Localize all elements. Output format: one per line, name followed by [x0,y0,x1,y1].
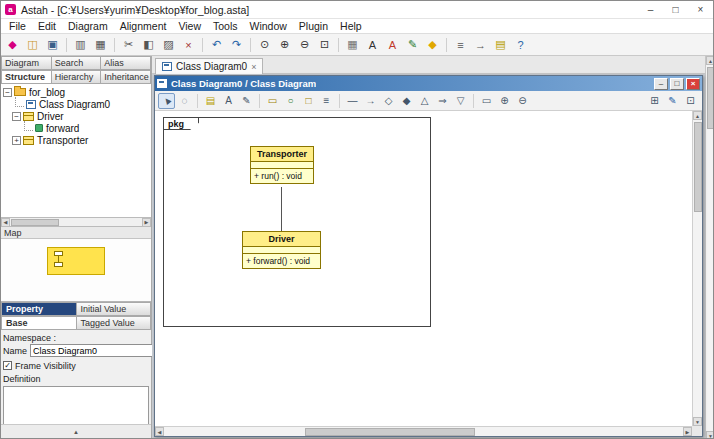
redo-icon[interactable]: ↷ [227,36,246,54]
expand-icon[interactable]: ⊡ [682,93,699,109]
tab-initial-value[interactable]: Initial Value [77,302,152,316]
copy-icon[interactable]: ◧ [139,36,158,54]
directed-association-tool-icon[interactable]: → [362,93,379,109]
expand-toggle-icon[interactable]: − [3,88,12,97]
menu-item[interactable]: Help [334,20,368,32]
menu-item[interactable]: Plugin [293,20,334,32]
save-icon[interactable]: ▣ [43,36,62,54]
tree-item-driver[interactable]: − Driver [1,110,151,122]
new-project-icon[interactable]: ◆ [3,36,22,54]
definition-textarea[interactable] [3,386,149,426]
tab-structure[interactable]: Structure [1,70,52,84]
export-image-icon[interactable]: ▦ [91,36,110,54]
class-tool-icon[interactable]: ▭ [264,93,281,109]
close-button[interactable]: × [688,1,713,18]
frame-visibility-checkbox[interactable]: ✓ [3,361,12,370]
scroll-thumb[interactable] [305,428,475,436]
tab-hierarchy[interactable]: Hierarchy [52,70,102,84]
scroll-thumb[interactable] [694,122,702,212]
fill-color-icon[interactable]: ◆ [423,36,442,54]
line-color-icon[interactable]: ✎ [403,36,422,54]
editor-close-button[interactable]: × [686,78,700,90]
scroll-right-icon[interactable]: ▶ [142,218,151,227]
canvas-vertical-scrollbar[interactable]: ▲ ▼ [692,111,702,426]
scroll-up-icon[interactable]: ▲ [693,111,702,120]
find-icon[interactable]: ⊙ [255,36,274,54]
align-icon[interactable]: ≡ [451,36,470,54]
interface-tool-icon[interactable]: ○ [282,93,299,109]
arrow-icon[interactable]: → [471,36,490,54]
edit-mode-icon[interactable]: ✎ [664,93,681,109]
scroll-thumb[interactable] [11,219,59,226]
scroll-thumb[interactable] [707,67,714,129]
delete-icon[interactable]: × [179,36,198,54]
pencil-tool-icon[interactable]: ✎ [238,93,255,109]
expand-toggle-icon[interactable]: + [12,136,21,145]
realization-tool-icon[interactable]: ▽ [452,93,469,109]
enum-tool-icon[interactable]: ≡ [318,93,335,109]
menu-item[interactable]: Tools [207,20,244,32]
map-viewport[interactable] [47,247,105,275]
tree-item-transporter[interactable]: + Transporter [1,134,151,146]
note-tool-icon[interactable]: ▤ [202,93,219,109]
association-edge[interactable] [281,187,282,231]
tab-class-diagram0[interactable]: Class Diagram0 × [155,58,263,74]
tab-close-icon[interactable]: × [251,62,256,72]
tree-item-forward[interactable]: forward [1,122,151,134]
sidebar-collapse-strip[interactable]: ▲ [1,424,151,438]
scroll-up-icon[interactable]: ▲ [706,56,714,65]
class-transporter[interactable]: Transporter + run() : void [250,146,314,184]
map-overview[interactable] [1,239,151,302]
help-icon[interactable]: ? [511,36,530,54]
aggregation-tool-icon[interactable]: ◇ [380,93,397,109]
zoom-out-tool-icon[interactable]: ⊖ [514,93,531,109]
tab-inheritance[interactable]: Inheritance [101,70,151,84]
grid-icon[interactable]: ▦ [343,36,362,54]
tab-property[interactable]: Property [1,302,77,316]
menu-item[interactable]: Diagram [62,20,114,32]
paste-icon[interactable]: ▨ [159,36,178,54]
association-tool-icon[interactable]: — [344,93,361,109]
collapse-up-icon[interactable]: ▲ [73,429,79,435]
tree-horizontal-scrollbar[interactable]: ◀ ▶ [1,218,151,227]
menu-item[interactable]: File [3,20,32,32]
generalization-tool-icon[interactable]: △ [416,93,433,109]
expand-toggle-icon[interactable]: − [12,112,21,121]
tab-diagram[interactable]: Diagram [1,56,52,70]
zoom-fit-icon[interactable]: ⊡ [315,36,334,54]
cut-icon[interactable]: ✂ [119,36,138,54]
class-driver[interactable]: Driver + forward() : void [242,231,321,269]
editor-title-bar[interactable]: Class Diagram0 / Class Diagram – □ × [155,76,702,91]
menu-item[interactable]: Edit [32,20,62,32]
composition-tool-icon[interactable]: ◆ [398,93,415,109]
select-tool-icon[interactable]: ▲ [158,93,175,109]
zoom-in-tool-icon[interactable]: ⊕ [496,93,513,109]
print-icon[interactable]: ▥ [71,36,90,54]
mdi-vertical-scrollbar[interactable]: ▲ ▼ [705,56,714,439]
font-color-icon[interactable]: A [383,36,402,54]
tab-search[interactable]: Search [52,56,102,70]
tab-tagged-value[interactable]: Tagged Value [77,316,152,330]
menu-item[interactable]: Window [244,20,293,32]
editor-maximize-button[interactable]: □ [670,78,684,90]
scroll-left-icon[interactable]: ◀ [1,218,10,227]
zoom-out-icon[interactable]: ⊖ [295,36,314,54]
zoom-panel-icon[interactable]: ⊞ [646,93,663,109]
menu-item[interactable]: View [172,20,207,32]
font-icon[interactable]: A [363,36,382,54]
scroll-down-icon[interactable]: ▼ [706,431,714,439]
undo-icon[interactable]: ↶ [207,36,226,54]
package-tool-icon[interactable]: □ [300,93,317,109]
maximize-button[interactable]: □ [663,1,688,18]
minimize-button[interactable]: – [638,1,663,18]
lasso-tool-icon[interactable]: ◌ [176,93,193,109]
canvas-horizontal-scrollbar[interactable]: ◀ ▶ [155,426,692,436]
name-input[interactable] [30,344,153,357]
frame-tool-icon[interactable]: ▭ [478,93,495,109]
zoom-in-icon[interactable]: ⊕ [275,36,294,54]
note-icon[interactable]: ▤ [491,36,510,54]
menu-item[interactable]: Alignment [114,20,173,32]
tree-item-class-diagram[interactable]: Class Diagram0 [1,98,151,110]
dependency-tool-icon[interactable]: ⇒ [434,93,451,109]
tab-base[interactable]: Base [1,316,77,330]
